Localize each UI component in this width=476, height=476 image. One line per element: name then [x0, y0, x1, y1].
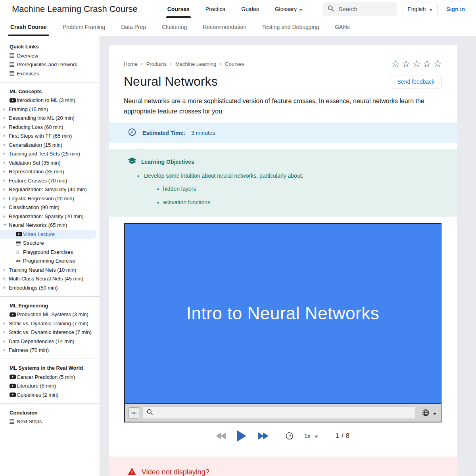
- tab-data-prep[interactable]: Data Prep: [113, 18, 154, 36]
- tab-testing-and-debugging[interactable]: Testing and Debugging: [254, 18, 327, 36]
- sidebar-item-playground-exercises[interactable]: ☝Playground Exercises: [0, 248, 100, 257]
- sidebar-item-label: Static vs. Dynamic Training (7 min): [9, 321, 88, 326]
- tab-gans[interactable]: GANs: [327, 18, 357, 36]
- sidebar-item-training-and-test-sets-25-min[interactable]: Training and Test Sets (25 min): [0, 150, 100, 159]
- sidebar-divider: [0, 359, 100, 359]
- sidebar-item-representation-35-min[interactable]: Representation (35 min): [0, 167, 100, 177]
- fast-forward-button[interactable]: [258, 432, 269, 440]
- sidebar-item-framing-15-min[interactable]: Framing (15 min): [0, 105, 100, 114]
- breadcrumb-separator: ›: [220, 61, 221, 67]
- video-slide[interactable]: Intro to Neural Networks: [125, 224, 441, 403]
- language-selector[interactable]: English: [403, 2, 438, 16]
- sidebar-item-training-neural-nets-10-min[interactable]: Training Neural Nets (10 min): [0, 265, 100, 274]
- sidebar-item-reducing-loss-60-min[interactable]: Reducing Loss (60 min): [0, 123, 100, 132]
- sidebar-item-label: Framing (15 min): [9, 106, 48, 112]
- sidebar-item-classification-90-min[interactable]: Classification (90 min): [0, 203, 100, 212]
- closed-captions-button[interactable]: CC: [129, 407, 139, 418]
- sidebar-item-literature-5-min[interactable]: Literature (5 min): [0, 382, 100, 391]
- sidebar-item-fairness-70-min[interactable]: Fairness (70 min): [0, 346, 100, 355]
- sidebar-item-regularization-simplicity-40-min[interactable]: Regularization: Simplicity (40 min): [0, 185, 100, 194]
- search-icon: [146, 409, 153, 417]
- star-icon[interactable]: ☆: [402, 59, 411, 69]
- objective-text: Develop some intuition about neural netw…: [144, 173, 303, 179]
- article-icon: [10, 419, 17, 424]
- learning-objectives-panel: Learning Objectives • Develop some intui…: [109, 149, 457, 217]
- rewind-button[interactable]: [216, 432, 226, 440]
- breadcrumb-link-courses[interactable]: Courses: [225, 61, 244, 67]
- sidebar-item-label: Logistic Regression (20 min): [9, 196, 74, 202]
- globe-icon[interactable]: [422, 409, 430, 416]
- top-nav-item-guides[interactable]: Guides: [241, 0, 259, 18]
- rating-stars[interactable]: ☆☆☆☆☆: [391, 59, 442, 69]
- sidebar-item-label: Training and Test Sets (25 min): [9, 151, 80, 157]
- playback-controls: 1x 1 / 8: [124, 429, 441, 443]
- sidebar-item-static-vs-dynamic-training-7-min[interactable]: Static vs. Dynamic Training (7 min): [0, 319, 100, 328]
- chevron-down-icon: [3, 224, 9, 226]
- sidebar-item-label: Structure: [23, 240, 44, 246]
- playback-speed-icon[interactable]: [285, 432, 294, 440]
- bullet-dot: •: [157, 186, 159, 194]
- tab-problem-framing[interactable]: Problem Framing: [55, 18, 113, 36]
- chevron-down-icon[interactable]: [433, 409, 436, 416]
- sidebar-item-programming-exercise[interactable]: <>Programming Exercise: [0, 257, 100, 266]
- article-icon: [10, 71, 17, 76]
- search-box[interactable]: [322, 2, 397, 16]
- sidebar-item-logistic-regression-20-min[interactable]: Logistic Regression (20 min): [0, 194, 100, 203]
- sidebar-item-exercises[interactable]: Exercises: [0, 69, 100, 78]
- sidebar-item-feature-crosses-70-min[interactable]: Feature Crosses (70 min): [0, 176, 100, 185]
- header-actions: English Sign in: [322, 2, 476, 16]
- breadcrumb-link-products[interactable]: Products: [146, 61, 167, 67]
- sidebar-item-prerequisites-and-prework[interactable]: Prerequisites and Prework: [0, 60, 100, 69]
- sidebar-item-data-dependencies-14-min[interactable]: Data Dependencies (14 min): [0, 337, 100, 346]
- video-search-box[interactable]: [143, 407, 415, 419]
- sidebar-item-multi-class-neural-nets-45-min[interactable]: Multi-Class Neural Nets (45 min): [0, 274, 100, 284]
- send-feedback-button[interactable]: Send feedback: [390, 75, 442, 88]
- sidebar-item-next-steps[interactable]: Next Steps: [0, 417, 100, 426]
- tab-recommendation[interactable]: Recommendation: [195, 18, 254, 36]
- course-sidebar: Quick LinksOverviewPrerequisites and Pre…: [0, 36, 100, 476]
- play-button[interactable]: [237, 430, 246, 441]
- sidebar-item-video-lecture[interactable]: Video Lecture: [0, 230, 96, 239]
- tab-crash-course[interactable]: Crash Course: [2, 18, 55, 36]
- chevron-right-icon: [3, 125, 9, 129]
- top-nav-item-courses[interactable]: Courses: [167, 0, 190, 18]
- tab-label: GANs: [335, 24, 349, 30]
- breadcrumb-link-home[interactable]: Home: [124, 61, 138, 67]
- sidebar-item-overview[interactable]: Overview: [0, 51, 100, 60]
- video-icon: [10, 98, 17, 103]
- sidebar-item-embeddings-50-min[interactable]: Embeddings (50 min): [0, 283, 100, 292]
- star-icon[interactable]: ☆: [391, 59, 400, 69]
- tab-clustering[interactable]: Clustering: [154, 18, 195, 36]
- chevron-right-icon: [3, 286, 9, 290]
- chevron-down-icon: [315, 432, 318, 439]
- top-nav-item-practica[interactable]: Practica: [205, 0, 226, 18]
- sidebar-item-regularization-sparsity-20-min[interactable]: Regularization: Sparsity (20 min): [0, 212, 100, 221]
- sidebar-item-generalization-15-min[interactable]: Generalization (15 min): [0, 140, 100, 150]
- video-warning-banner[interactable]: Video not displaying?: [109, 457, 457, 476]
- chevron-right-icon: [3, 215, 9, 218]
- star-icon[interactable]: ☆: [412, 59, 421, 69]
- sidebar-item-structure[interactable]: Structure: [0, 239, 100, 248]
- sidebar-item-production-ml-systems-3-min[interactable]: Production ML Systems (3 min): [0, 310, 100, 319]
- bullet-dot: •: [157, 199, 159, 207]
- sidebar-item-cancer-prediction-5-min[interactable]: Cancer Prediction (5 min): [0, 372, 100, 382]
- speed-selector[interactable]: 1x: [304, 432, 318, 439]
- sign-in-link[interactable]: Sign in: [446, 6, 465, 12]
- star-icon[interactable]: ☆: [423, 59, 432, 69]
- chevron-right-icon: [3, 152, 9, 155]
- sidebar-item-validation-set-35-min[interactable]: Validation Set (35 min): [0, 158, 100, 167]
- video-search-input[interactable]: [156, 410, 412, 416]
- sidebar-item-introduction-to-ml-3-min[interactable]: Introduction to ML (3 min): [0, 96, 100, 105]
- site-title[interactable]: Machine Learning Crash Course: [0, 4, 138, 14]
- sidebar-item-descending-into-ml-20-min[interactable]: Descending into ML (20 min): [0, 114, 100, 123]
- sidebar-item-first-steps-with-tf-65-min[interactable]: First Steps with TF (65 min): [0, 132, 100, 141]
- star-icon[interactable]: ☆: [433, 59, 442, 69]
- search-input[interactable]: [338, 6, 390, 12]
- sidebar-item-guidelines-2-min[interactable]: Guidelines (2 min): [0, 390, 100, 399]
- sidebar-item-neural-networks-65-min[interactable]: Neural Networks (65 min): [0, 221, 100, 230]
- breadcrumb-link-machine-learning[interactable]: Machine Learning: [175, 61, 216, 67]
- sidebar-item-static-vs-dynamic-inference-7-min[interactable]: Static vs. Dynamic Inference (7 min): [0, 328, 100, 337]
- sidebar-divider: [0, 403, 100, 404]
- sidebar-item-label: Neural Networks (65 min): [9, 222, 67, 228]
- top-nav-item-glossary[interactable]: Glossary: [275, 0, 303, 18]
